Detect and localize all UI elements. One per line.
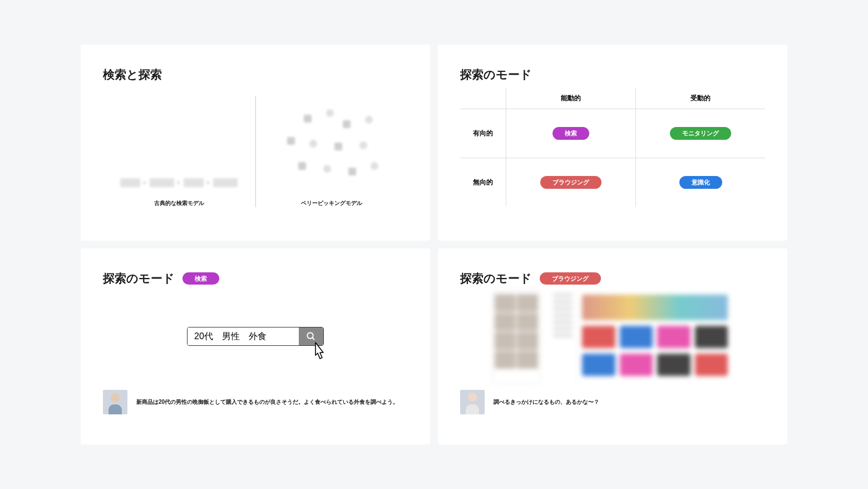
phone-mock — [492, 289, 541, 384]
search-illustration — [103, 286, 408, 387]
slide-explore-modes: 探索のモード 能動的 受動的 有向的 検索 モニタリング 無向的 ブラウジング … — [438, 45, 787, 241]
matrix-row-directed: 有向的 検索 モニタリング — [460, 109, 765, 158]
search-bar — [187, 327, 324, 346]
row-header-undirected: 無向的 — [460, 178, 506, 187]
slide-title: 探索のモード ブラウジング — [460, 271, 765, 286]
pointer-cursor-icon — [310, 341, 329, 362]
search-icon — [306, 331, 316, 341]
search-input[interactable] — [188, 327, 299, 345]
slide-title: 探索のモード — [460, 67, 765, 82]
row-header-directed: 有向的 — [460, 129, 506, 138]
persona-avatar — [460, 390, 485, 414]
slide-title: 探索のモード 検索 — [103, 271, 408, 286]
title-text: 探索のモード — [103, 271, 175, 286]
slide-title: 検索と探索 — [103, 67, 408, 82]
model-berrypicking: ベリーピッキングモデル — [256, 96, 408, 207]
slide-mode-browsing: 探索のモード ブラウジング 調べるきっかけになるもの、あるかな〜？ — [438, 248, 787, 444]
mode-search: 検索 — [553, 127, 589, 139]
slide-mode-search: 探索のモード 検索 新商品は20代の男性の晩御飯として購入できるものが良さそうだ… — [81, 248, 430, 444]
mode-browsing: ブラウジング — [540, 176, 601, 188]
model-caption: ベリーピッキングモデル — [301, 199, 362, 207]
persona-quote: 新商品は20代の男性の晩御飯として購入できるものが良さそうだ。よく食べられている… — [136, 398, 398, 406]
persona-block: 調べるきっかけになるもの、あるかな〜？ — [460, 390, 765, 414]
mode-awareness: 意識化 — [679, 176, 722, 188]
title-text: 探索のモード — [460, 271, 532, 286]
persona-block: 新商品は20代の男性の晩御飯として購入できるものが良さそうだ。よく食べられている… — [103, 390, 408, 414]
linear-diagram — [120, 178, 238, 187]
web-mock — [550, 289, 733, 384]
slide-search-explore: 検索と探索 古典的な検索モデル — [81, 45, 430, 241]
col-header-active: 能動的 — [506, 88, 635, 109]
mode-monitoring: モニタリング — [670, 127, 731, 139]
models-row: 古典的な検索モデル ベリーピッキングモデル — [103, 96, 408, 207]
model-caption: 古典的な検索モデル — [154, 199, 204, 207]
mode-pill-search: 検索 — [183, 272, 219, 285]
svg-point-0 — [307, 332, 313, 339]
mode-pill-browsing: ブラウジング — [540, 272, 601, 285]
modes-matrix: 能動的 受動的 有向的 検索 モニタリング 無向的 ブラウジング 意識化 — [460, 88, 765, 207]
col-header-passive: 受動的 — [635, 88, 765, 109]
browsing-illustration — [460, 286, 765, 387]
model-classical: 古典的な検索モデル — [103, 96, 255, 207]
persona-avatar — [103, 390, 127, 414]
svg-line-1 — [312, 338, 314, 340]
matrix-row-undirected: 無向的 ブラウジング 意識化 — [460, 158, 765, 207]
network-diagram — [282, 109, 382, 187]
matrix-header: 能動的 受動的 — [460, 88, 765, 109]
persona-quote: 調べるきっかけになるもの、あるかな〜？ — [494, 398, 599, 406]
